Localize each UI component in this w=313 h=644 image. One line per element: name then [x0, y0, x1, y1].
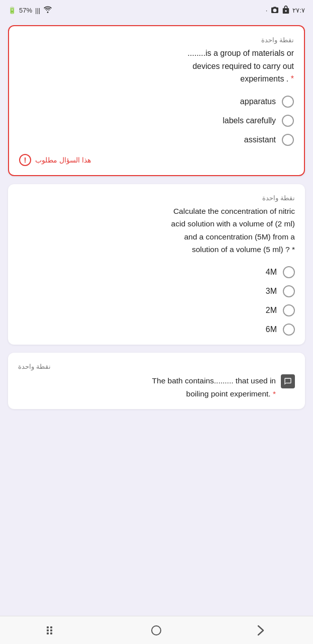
option-4m[interactable]: 4M — [266, 266, 295, 278]
bottom-navigation — [0, 616, 313, 644]
question-line3: * . experiments — [19, 72, 294, 86]
radio-apparatus[interactable] — [282, 96, 294, 108]
radio-labels-carefully[interactable] — [282, 115, 294, 127]
status-left: 🔋 57% ||| — [8, 6, 52, 15]
radio-2m[interactable] — [283, 304, 295, 316]
radio-assistant[interactable] — [282, 134, 294, 146]
q2-line2: acid solution with a volume of (2 ml) — [18, 217, 295, 230]
signal-bars: ||| — [35, 7, 40, 14]
svg-point-6 — [152, 626, 161, 635]
home-button[interactable] — [144, 618, 169, 643]
status-bar: 🔋 57% ||| · ٢٧:٧ — [0, 0, 313, 20]
q2-line1: Calculate the concentration of nitric — [18, 205, 295, 218]
svg-rect-1 — [47, 629, 49, 631]
status-right: · ٢٧:٧ — [266, 6, 305, 15]
question-card-1: نقطة واحدة is a group of materials or...… — [8, 25, 305, 176]
required-star-1: * — [291, 74, 294, 83]
question-text-2: Calculate the concentration of nitric ac… — [18, 205, 295, 256]
option-apparatus[interactable]: apparatus — [240, 96, 294, 108]
feedback-icon[interactable] — [281, 374, 295, 388]
question-header-2: نقطة واحدة — [18, 194, 295, 202]
content-area: نقطة واحدة is a group of materials or...… — [0, 20, 313, 616]
question-text-1: is a group of materials or........ devic… — [19, 47, 294, 86]
svg-rect-3 — [50, 626, 52, 628]
q3-line1: The bath contains......... that used in — [152, 374, 276, 387]
question-text-3: The bath contains......... that used in … — [152, 374, 276, 400]
question-line1: is a group of materials or........ — [19, 47, 294, 60]
lock-icon — [282, 6, 289, 15]
option-3m[interactable]: 3M — [266, 285, 295, 297]
option-6m[interactable]: 6M — [266, 324, 295, 336]
required-star-3: * — [273, 389, 276, 398]
option-label-assistant: assistant — [244, 135, 276, 144]
required-star-2: * — [292, 245, 295, 254]
required-message-1: هذا السؤال مطلوب ! — [19, 154, 294, 166]
options-list-1: apparatus labels carefully assistant — [19, 96, 294, 146]
battery-icon: 🔋 — [8, 7, 16, 14]
forward-button[interactable] — [248, 618, 273, 643]
points-label-1: نقطة واحدة — [261, 36, 294, 44]
question-card-3: نقطة واحدة The bath contains......... th… — [8, 353, 305, 409]
option-label-2m: 2M — [266, 306, 277, 315]
svg-rect-4 — [50, 629, 52, 631]
question-header-1: نقطة واحدة — [19, 36, 294, 44]
option-label-3m: 3M — [266, 287, 277, 296]
wifi-icon — [43, 6, 52, 15]
menu-button[interactable] — [40, 618, 65, 643]
option-label-labels-carefully: labels carefully — [223, 116, 276, 125]
q2-line3: and a concentration (5M) from a — [18, 230, 295, 244]
radio-3m[interactable] — [283, 285, 295, 297]
q2-line4: * ? solution of a volume (5 ml) — [18, 243, 295, 256]
radio-4m[interactable] — [283, 266, 295, 278]
options-list-2: 4M 3M 2M 6M — [18, 266, 295, 336]
battery-level: 57% — [19, 7, 32, 14]
svg-rect-2 — [47, 632, 49, 634]
option-label-apparatus: apparatus — [240, 97, 276, 106]
points-label-3: نقطة واحدة — [18, 363, 51, 370]
required-icon-1: ! — [19, 154, 31, 166]
points-label-2: نقطة واحدة — [262, 194, 295, 202]
svg-rect-5 — [50, 632, 52, 634]
dot-indicator: · — [266, 7, 268, 14]
radio-6m[interactable] — [283, 324, 295, 336]
option-label-6m: 6M — [266, 325, 277, 334]
option-labels-carefully[interactable]: labels carefully — [223, 115, 294, 127]
question-card-2: نقطة واحدة Calculate the concentration o… — [8, 184, 305, 345]
option-assistant[interactable]: assistant — [244, 134, 294, 146]
question-line2: devices required to carry out — [19, 60, 294, 73]
option-label-4m: 4M — [266, 268, 277, 277]
option-2m[interactable]: 2M — [266, 304, 295, 316]
q3-line2: * .boiling point experiment — [152, 387, 276, 400]
svg-rect-0 — [47, 626, 49, 628]
time-display: ٢٧:٧ — [292, 7, 305, 14]
required-text-1: هذا السؤال مطلوب — [35, 156, 91, 164]
camera-icon — [270, 6, 279, 15]
